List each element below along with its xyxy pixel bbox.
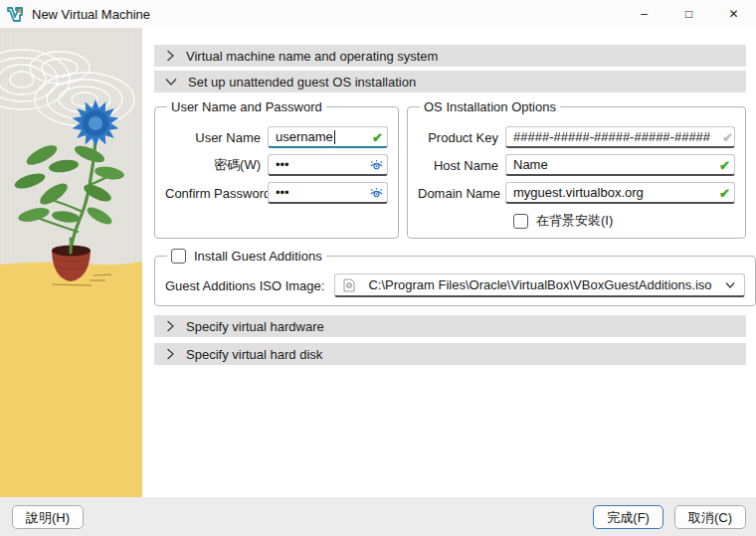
product-key-input[interactable] [505,126,735,148]
new-virtual-machine-dialog: New Virtual Machine – □ ✕ [0,0,756,536]
background-install-label: 在背景安裝(I) [536,212,613,230]
confirm-password-field-wrap [268,182,388,204]
password-label: 密碼(W) [165,156,268,174]
background-install-checkbox[interactable] [513,214,528,229]
chevron-right-icon [165,320,175,332]
section-vm-name-os[interactable]: Virtual machine name and operating syste… [154,45,746,67]
iso-image-combobox[interactable]: C:\Program Files\Oracle\VirtualBox\VBoxG… [334,273,744,297]
dialog-footer: 說明(H) 完成(F) 取消(C) [0,497,756,536]
chevron-right-icon [165,50,175,62]
plant-illustration-graphic [0,28,142,497]
window-title: New Virtual Machine [32,7,622,22]
chevron-right-icon [165,348,175,360]
section-virtual-hardware[interactable]: Specify virtual hardware [154,315,746,337]
section-label: Specify virtual hard disk [186,347,322,362]
product-key-label: Product Key [418,130,505,145]
iso-image-label: Guest Additions ISO Image: [165,278,334,293]
section-unattended-install[interactable]: Set up unattended guest OS installation [154,71,746,92]
password-field-wrap [268,154,388,176]
domain-name-input[interactable] [505,182,735,204]
user-group-title: User Name and Password [167,99,326,114]
help-button[interactable]: 說明(H) [12,505,84,529]
valid-check-icon: ✔ [719,159,730,172]
iso-path-text: C:\Program Files\Oracle\VirtualBox\VBoxG… [368,277,711,292]
product-key-field-wrap: ✔ [505,126,735,148]
minimize-button[interactable]: – [622,0,666,28]
domain-name-label: Domain Name [418,186,505,201]
wizard-illustration [0,28,142,497]
install-guest-additions-checkbox[interactable] [171,249,186,264]
user-name-password-group: User Name and Password User Name ✔ 密碼(W) [154,99,399,239]
chevron-down-icon [165,77,177,87]
section-label: Specify virtual hardware [186,319,324,334]
text-caret [334,130,335,144]
section-virtual-hard-disk[interactable]: Specify virtual hard disk [154,343,746,365]
section-label: Set up unattended guest OS installation [188,75,416,89]
finish-button[interactable]: 完成(F) [593,505,663,529]
iso-file-icon [343,278,355,292]
host-name-label: Host Name [418,158,505,173]
unattended-groups-row: User Name and Password User Name ✔ 密碼(W) [154,99,746,239]
os-group-title: OS Installation Options [420,99,560,114]
os-installation-options-group: OS Installation Options Product Key ✔ Ho… [407,99,746,239]
valid-check-icon: ✔ [372,131,383,144]
host-name-input[interactable] [505,154,735,176]
virtualbox-logo-icon [7,7,24,22]
confirm-password-label: Confirm Password [165,186,268,201]
maximize-button[interactable]: □ [666,0,711,28]
flower-graphic [73,99,119,147]
cancel-button[interactable]: 取消(C) [674,505,746,529]
guest-additions-title: Install Guest Additions [194,249,322,264]
wizard-content: Virtual machine name and operating syste… [154,45,746,369]
domain-name-field-wrap: ✔ [505,182,735,204]
user-name-label: User Name [165,130,268,145]
user-name-input[interactable] [268,126,388,148]
reveal-password-eye-icon[interactable] [369,158,384,173]
titlebar: New Virtual Machine – □ ✕ [0,0,756,28]
section-label: Virtual machine name and operating syste… [186,49,438,64]
valid-check-icon: ✔ [719,187,730,200]
pending-check-icon: ✔ [722,131,733,144]
install-guest-additions-group: Install Guest Additions Guest Additions … [154,249,756,306]
user-name-field-wrap: ✔ [268,126,388,148]
dropdown-chevron-icon [725,281,735,289]
close-button[interactable]: ✕ [711,0,756,28]
reveal-password-eye-icon[interactable] [369,186,384,201]
host-name-field-wrap: ✔ [505,154,735,176]
background-install-row: 在背景安裝(I) [418,212,735,230]
